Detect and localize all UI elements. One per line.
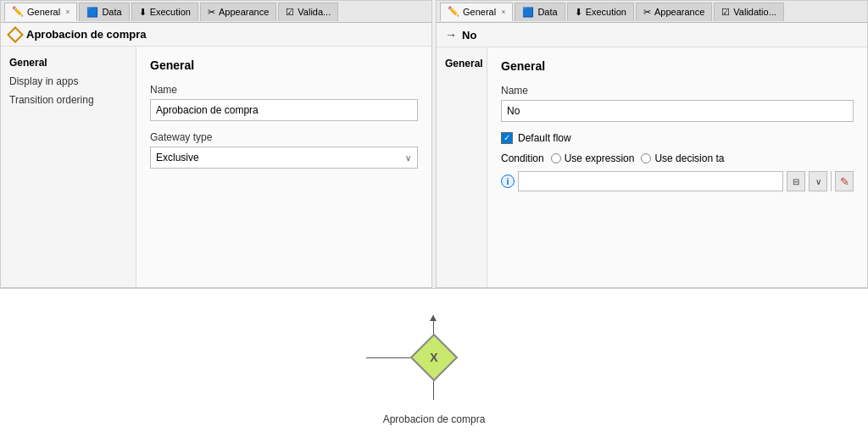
default-flow-checkbox[interactable]: ✓ [501,132,513,144]
condition-edit-button[interactable]: ✎ [835,171,854,191]
name-field-label-left: Name [150,84,418,96]
data-tab-icon-left: 🟦 [86,7,98,18]
edit-icon: ✎ [840,175,849,188]
validation-tab-icon-right: ☑ [721,7,730,18]
left-panel-content: General Name Gateway type Exclusive ∨ [136,47,431,287]
tab-execution-right[interactable]: ⬇ Execution [567,3,634,21]
chevron-down-icon-condition: ∨ [815,177,821,186]
default-flow-label: Default flow [518,132,571,144]
sidebar-section-title-left: General [1,53,136,72]
tab-data-right[interactable]: 🟦 Data [515,3,565,21]
sidebar-item-transition-ordering[interactable]: Transition ordering [1,91,136,109]
condition-label: Condition [501,152,544,164]
general-tab-label-left: General [27,7,60,17]
right-panel-sidebar: General [437,47,487,287]
use-expression-radio[interactable] [551,153,561,163]
general-tab-close-left[interactable]: × [65,8,70,16]
use-decision-option[interactable]: Use decision ta [641,152,724,164]
left-panel-tabs: ✏️ General × 🟦 Data ⬇ Execution ✂ Appear… [1,1,431,23]
gateway-type-select[interactable]: Exclusive [150,147,418,169]
diagram-area: X Aprobacion de compra [0,288,868,443]
validation-tab-label-left: Valida... [298,7,331,17]
general-tab-close-right[interactable]: × [501,8,505,16]
condition-image-button[interactable]: ⊟ [787,171,805,191]
content-section-title-left: General [150,58,418,72]
image-icon: ⊟ [793,177,799,186]
data-tab-label-right: Data [537,7,557,17]
left-panel-body: General Display in apps Transition order… [1,47,431,287]
tab-data-left[interactable]: 🟦 Data [79,3,129,21]
gateway-type-select-wrapper: Exclusive ∨ [150,147,418,169]
data-tab-label-left: Data [102,7,121,17]
gateway-diamond-icon-left [7,26,24,43]
appearance-tab-label-right: Appearance [654,7,704,17]
condition-input-field[interactable] [518,171,783,191]
name-field-input-right[interactable] [501,100,854,122]
execution-tab-icon-right: ⬇ [575,7,582,18]
validation-tab-icon-left: ☑ [286,7,294,18]
execution-tab-label-left: Execution [150,7,191,17]
general-tab-icon-left: ✏️ [12,6,24,17]
use-decision-radio[interactable] [641,153,651,163]
tab-validation-left[interactable]: ☑ Valida... [278,3,338,21]
name-field-input-left[interactable] [150,99,418,121]
sidebar-item-display-in-apps[interactable]: Display in apps [1,72,136,91]
right-sidebar-section-label: General [437,54,487,73]
content-section-title-right: General [501,59,854,73]
condition-input-row: i ⊟ ∨ ✎ [501,171,854,191]
gateway-type-label: Gateway type [150,131,418,143]
left-panel-sidebar: General Display in apps Transition order… [1,47,136,287]
gateway-symbol: X [430,351,437,364]
diagram-content: X Aprobacion de compra [349,307,519,425]
default-flow-row: ✓ Default flow [501,132,854,144]
condition-info-icon: i [501,174,515,188]
right-panel-content: General Name ✓ Default flow Condition Us… [487,47,867,287]
right-panel-body: General General Name ✓ Default flow Cond… [437,47,867,287]
data-tab-icon-right: 🟦 [522,7,534,18]
tab-general-left[interactable]: ✏️ General × [4,3,77,21]
right-panel-title: → No [437,23,867,47]
tab-validation-right[interactable]: ☑ Validatio... [714,3,784,21]
execution-tab-label-right: Execution [586,7,626,17]
general-tab-icon-right: ✏️ [448,6,459,17]
tab-execution-left[interactable]: ⬇ Execution [131,3,198,21]
general-tab-label-right: General [463,7,496,17]
tab-appearance-right[interactable]: ✂ Appearance [636,3,712,21]
right-panel-title-text: No [462,29,476,42]
condition-dropdown-button[interactable]: ∨ [809,171,827,191]
right-panel: ✏️ General × 🟦 Data ⬇ Execution ✂ Appear… [436,0,868,288]
use-expression-label: Use expression [565,152,635,164]
appearance-tab-label-left: Appearance [219,7,269,17]
tab-appearance-left[interactable]: ✂ Appearance [200,3,276,21]
condition-row: Condition Use expression Use decision ta [501,152,854,164]
name-field-label-right: Name [501,85,854,97]
use-decision-label: Use decision ta [654,152,724,164]
tab-general-right[interactable]: ✏️ General × [440,3,513,21]
checkbox-check-icon: ✓ [504,134,510,142]
validation-tab-label-right: Validatio... [733,7,776,17]
execution-tab-icon-left: ⬇ [139,7,147,18]
gateway-diagram-label: Aprobacion de compra [383,413,486,425]
left-panel-title: Aprobacion de compra [1,23,431,47]
appearance-tab-icon-left: ✂ [208,7,215,18]
appearance-tab-icon-right: ✂ [643,7,651,18]
condition-separator [831,171,832,191]
right-panel-tabs: ✏️ General × 🟦 Data ⬇ Execution ✂ Appear… [437,1,867,23]
use-expression-option[interactable]: Use expression [551,152,635,164]
left-panel: ✏️ General × 🟦 Data ⬇ Execution ✂ Appear… [0,0,432,288]
gateway-x-label: X [417,341,451,374]
arrow-right-icon: → [445,28,457,42]
left-panel-title-text: Aprobacion de compra [26,28,147,41]
